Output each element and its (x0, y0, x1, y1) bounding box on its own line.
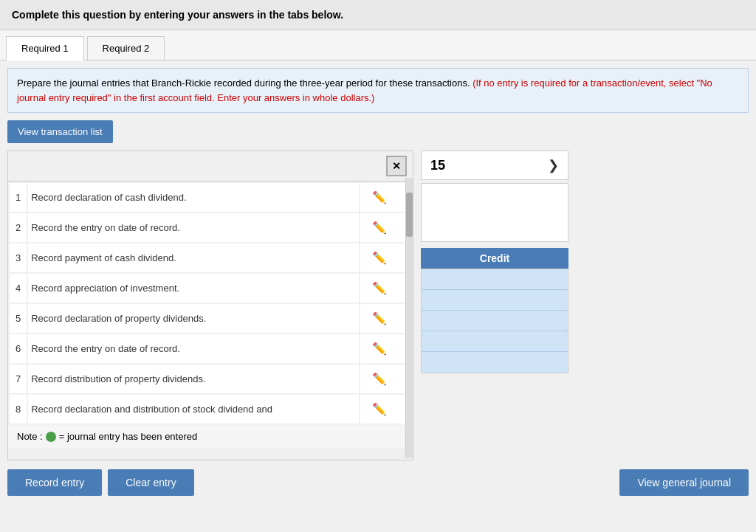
edit-icon[interactable]: ✏️ (369, 403, 390, 415)
table-row: 3 Record payment of cash dividend. ✏️ (10, 243, 411, 272)
green-dot-icon (46, 432, 56, 442)
row-text: Record declaration of cash dividend. (28, 183, 358, 212)
row-number: 8 (10, 395, 27, 424)
clear-entry-button[interactable]: Clear entry (108, 469, 193, 496)
edit-icon[interactable]: ✏️ (369, 221, 390, 234)
note-label: Note : (17, 431, 43, 442)
left-panel: ✕ 1 Record declaration of cash dividend.… (7, 151, 413, 460)
edit-icon[interactable]: ✏️ (369, 282, 390, 294)
row-text: Record declaration and distribution of s… (28, 395, 358, 424)
row-number: 4 (10, 274, 27, 303)
table-row: 8 Record declaration and distribution of… (10, 395, 411, 424)
table-row: 6 Record the entry on date of record. ✏️ (10, 334, 411, 363)
credit-input-5[interactable] (422, 352, 568, 373)
row-text: Record the entry on date of record. (28, 334, 358, 363)
note-row: Note : = journal entry has been entered (8, 425, 413, 448)
edit-icon[interactable]: ✏️ (369, 342, 390, 355)
bottom-buttons: Record entry Clear entry View general jo… (7, 469, 749, 496)
edit-icon[interactable]: ✏️ (369, 191, 390, 204)
close-btn-row: ✕ (8, 151, 413, 182)
close-button[interactable]: ✕ (386, 156, 407, 176)
row-number: 7 (10, 365, 27, 393)
right-panel: 15 ❯ Credit (421, 151, 568, 460)
instructions-text: Prepare the journal entries that Branch-… (17, 77, 470, 89)
table-row: 7 Record distribution of property divide… (10, 365, 411, 393)
main-area: ✕ 1 Record declaration of cash dividend.… (7, 151, 749, 460)
edit-icon[interactable]: ✏️ (369, 312, 390, 325)
credit-input-1[interactable] (422, 269, 568, 290)
edit-cell[interactable]: ✏️ (360, 213, 412, 242)
view-general-journal-button[interactable]: View general journal (619, 469, 749, 496)
row-number: 5 (10, 304, 27, 333)
row-text: Record payment of cash dividend. (28, 243, 358, 272)
banner-text: Complete this question by entering your … (12, 9, 343, 21)
table-row: 4 Record appreciation of investment. ✏️ (10, 274, 411, 303)
record-entry-button[interactable]: Record entry (7, 469, 102, 496)
edit-cell[interactable]: ✏️ (360, 334, 412, 363)
journal-list: 1 Record declaration of cash dividend. ✏… (8, 182, 413, 425)
edit-cell[interactable]: ✏️ (360, 243, 412, 272)
close-icon: ✕ (392, 160, 401, 172)
edit-cell[interactable]: ✏️ (360, 274, 412, 303)
row-text: Record distribution of property dividend… (28, 365, 358, 393)
credit-input-4[interactable] (422, 331, 568, 352)
scrollbar[interactable] (405, 178, 413, 458)
table-row: 2 Record the entry on date of record. ✏️ (10, 213, 411, 242)
entry-box (421, 183, 568, 242)
instructions-box: Prepare the journal entries that Branch-… (7, 68, 749, 113)
nav-next-arrow[interactable]: ❯ (548, 157, 559, 173)
table-row: 1 Record declaration of cash dividend. ✏… (10, 183, 411, 212)
edit-cell[interactable]: ✏️ (360, 395, 412, 424)
table-row: 5 Record declaration of property dividen… (10, 304, 411, 333)
credit-header: Credit (421, 248, 568, 269)
edit-cell[interactable]: ✏️ (360, 304, 412, 333)
note-text: = journal entry has been entered (59, 431, 198, 442)
tab-required-2[interactable]: Required 2 (87, 36, 165, 60)
row-number: 1 (10, 183, 27, 212)
tabs-bar: Required 1 Required 2 (0, 30, 756, 61)
tab-required-1[interactable]: Required 1 (6, 36, 84, 61)
top-banner: Complete this question by entering your … (0, 0, 756, 30)
nav-number: 15 (430, 158, 445, 173)
row-text: Record the entry on date of record. (28, 213, 358, 242)
row-number: 3 (10, 243, 27, 272)
row-text: Record appreciation of investment. (28, 274, 358, 303)
edit-icon[interactable]: ✏️ (369, 373, 390, 385)
view-transaction-button[interactable]: View transaction list (7, 120, 113, 143)
row-number: 6 (10, 334, 27, 363)
edit-cell[interactable]: ✏️ (360, 365, 412, 393)
scrollbar-thumb (406, 193, 413, 237)
row-text: Record declaration of property dividends… (28, 304, 358, 333)
edit-icon[interactable]: ✏️ (369, 252, 390, 264)
row-number: 2 (10, 213, 27, 242)
credit-input-2[interactable] (422, 290, 568, 311)
credit-rows (421, 269, 568, 373)
nav-header: 15 ❯ (421, 151, 568, 180)
credit-input-3[interactable] (422, 311, 568, 331)
edit-cell[interactable]: ✏️ (360, 183, 412, 212)
